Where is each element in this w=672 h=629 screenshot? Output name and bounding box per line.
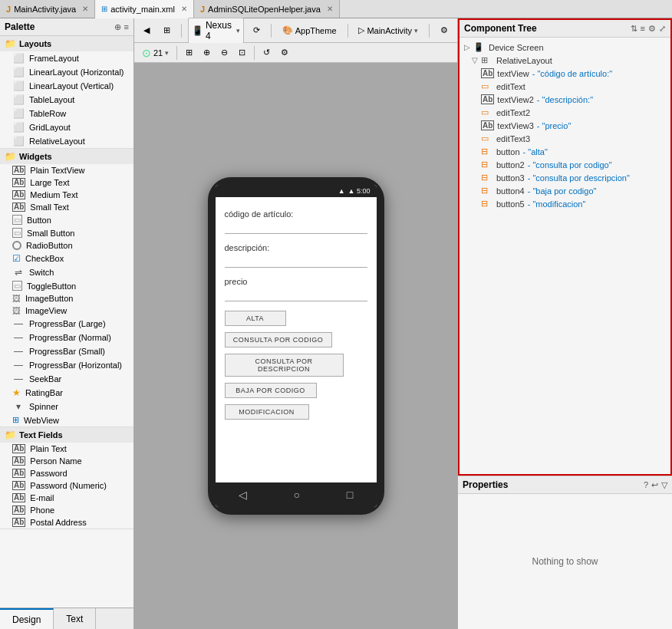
btn-alta[interactable]: ALTA [225,311,286,326]
palette-item-relativelayout[interactable]: ⬜ RelativeLayout [0,134,133,148]
ct-item-edittext2[interactable]: ▭ editText2 [460,106,670,119]
nav-home-icon[interactable]: ○ [294,489,300,501]
ct-item-textview3[interactable]: Ab textView3 - "precio" [460,119,670,132]
ct-item-button3[interactable]: ⊟ button3 - "consulta por descripcion" [460,171,670,184]
codigo-input[interactable] [225,219,367,234]
ct-item-button1[interactable]: ⊟ button - "alta" [460,145,670,158]
tab-admin-sqlite[interactable]: J AdminSQLiteOpenHelper.java ✕ [194,0,340,18]
tab-close[interactable]: ✕ [327,5,333,13]
ct-suffix: - "modificacion" [528,199,586,209]
ct-label: RelativeLayout [496,56,552,65]
palette-item-postal-address[interactable]: Ab Postal Address [0,516,133,529]
zoom-100-btn[interactable]: ⊡ [235,46,249,59]
tab-close[interactable]: ✕ [181,5,187,13]
btn-baja-codigo[interactable]: BAJA POR CODIGO [225,383,317,398]
palette-item-small-text[interactable]: Ab Small Text [0,201,133,213]
tab-close[interactable]: ✕ [82,5,88,13]
tab-activity-main-xml[interactable]: ⊞ activity_main.xml ✕ [95,0,194,18]
palette-item-checkbox[interactable]: ☑ CheckBox [0,252,133,265]
palette-item-gridlayout[interactable]: ⬜ GridLayout [0,120,133,134]
ct-item-button4[interactable]: ⊟ button4 - "baja por codigo" [460,184,670,197]
zoom-fit-btn[interactable]: ⊞ [182,46,196,59]
item-label: LinearLayout (Vertical) [29,81,114,91]
layout-icon: ⬜ [12,122,25,133]
nav-recents-icon[interactable]: □ [347,489,353,501]
palette-layout-icon[interactable]: ≡ [124,22,129,32]
tab-design[interactable]: Design [0,608,54,629]
ct-item-button5[interactable]: ⊟ button5 - "modificacion" [460,197,670,210]
palette-item-ratingbar[interactable]: ★ RatingBar [0,386,133,400]
palette-item-linearlayout-h[interactable]: ⬜ LinearLayout (Horizontal) [0,65,133,79]
palette-item-phone[interactable]: Ab Phone [0,504,133,516]
btn-consulta-descripcion[interactable]: CONSULTA POR DESCRIPCION [225,354,344,377]
palette-item-seekbar[interactable]: — SeekBar [0,372,133,386]
btn-modificacion[interactable]: MODIFICACION [225,404,309,420]
palette-item-large-text[interactable]: Ab Large Text [0,176,133,189]
palette-item-switch[interactable]: ⇌ Switch [0,265,133,279]
chevron-down-icon: ▾ [236,27,240,35]
layouts-section-header[interactable]: 📁 Layouts [0,36,133,51]
prop-help-icon[interactable]: ? [644,480,648,490]
palette-item-progressbar-normal[interactable]: — ProgressBar (Normal) [0,331,133,344]
palette-item-tablelayout[interactable]: ⬜ TableLayout [0,93,133,107]
ct-sort-icon[interactable]: ⇅ [631,24,637,34]
palette-item-linearlayout-v[interactable]: ⬜ LinearLayout (Vertical) [0,79,133,93]
palette-item-radio-button[interactable]: RadioButton [0,239,133,252]
palette-item-progressbar-horizontal[interactable]: — ProgressBar (Horizontal) [0,358,133,372]
ct-item-button2[interactable]: ⊟ button2 - "consulta por codigo" [460,158,670,171]
palette-item-progressbar-large[interactable]: — ProgressBar (Large) [0,317,133,331]
palette-item-toggle-button[interactable]: ▭ ToggleButton [0,279,133,292]
palette-item-image-view[interactable]: 🖼 ImageView [0,305,133,317]
prop-undo-icon[interactable]: ↩ [651,480,658,490]
palette-item-password[interactable]: Ab Password [0,467,133,479]
ct-item-relativelayout[interactable]: ▽ ⊞ RelativeLayout [460,54,670,67]
textfields-section-header[interactable]: 📁 Text Fields [0,427,133,443]
palette-item-person-name[interactable]: Ab Person Name [0,455,133,467]
ct-layout-icon[interactable]: ≡ [641,24,645,34]
settings-btn[interactable]: ⚙ [436,23,453,38]
descripcion-input[interactable] [225,252,367,268]
api-selector[interactable]: ⊙ 21 ▾ [139,45,172,61]
tab-text[interactable]: Text [54,608,96,629]
refresh-btn[interactable]: ↺ [259,46,274,59]
zoom-in-btn[interactable]: ⊕ [199,46,214,59]
app-theme-btn[interactable]: 🎨 AppTheme [278,23,341,38]
zoom-out-btn[interactable]: ⊖ [217,46,232,59]
nav-back-icon[interactable]: ◁ [239,489,247,501]
btn-consulta-codigo[interactable]: CONSULTA POR CODIGO [225,332,332,347]
toolbar-back-btn[interactable]: ◀ [139,23,154,38]
palette-item-plain-text[interactable]: Ab Plain Text [0,443,133,455]
palette-item-medium-text[interactable]: Ab Medium Text [0,189,133,201]
item-label: Spinner [29,402,58,411]
palette-section-textfields: 📁 Text Fields Ab Plain Text Ab Person Na… [0,427,133,529]
ct-item-textview2[interactable]: Ab textView2 - "descripción:" [460,93,670,106]
palette-item-webview[interactable]: ⊞ WebView [0,413,133,426]
palette-item-image-button[interactable]: 🖼 ImageButton [0,292,133,305]
palette-item-button[interactable]: ▭ Button [0,213,133,226]
palette-search-icon[interactable]: ⊕ [114,22,121,32]
ct-item-edittext3[interactable]: ▭ editText3 [460,132,670,145]
palette-item-spinner[interactable]: ▾ Spinner [0,400,133,413]
palette-item-plain-textview[interactable]: Ab Plain TextView [0,164,133,176]
ct-label: button5 [496,199,525,209]
nexus-selector[interactable]: 📱 Nexus 4 ▾ [188,18,244,44]
toolbar-layout-btn[interactable]: ⊞ [159,23,175,38]
ct-item-edittext[interactable]: ▭ editText [460,80,670,93]
palette-item-small-button[interactable]: ▭ Small Button [0,226,133,239]
ct-expand-icon[interactable]: ⤢ [659,24,666,34]
palette-item-tablerow[interactable]: ⬜ TableRow [0,107,133,120]
ct-item-device-screen[interactable]: ▷ 📱 Device Screen [460,41,670,54]
ct-settings-icon[interactable]: ⚙ [648,24,656,34]
palette-item-framelayout[interactable]: ⬜ FrameLayout [0,51,133,65]
precio-input[interactable] [225,286,367,301]
widgets-section-header[interactable]: 📁 Widgets [0,149,133,164]
palette-item-progressbar-small[interactable]: — ProgressBar (Small) [0,344,133,358]
settings2-btn[interactable]: ⚙ [277,46,292,59]
ct-item-textview[interactable]: Ab textView - "código de artículo:" [460,67,670,80]
palette-item-email[interactable]: Ab E-mail [0,492,133,504]
toolbar-refresh-btn[interactable]: ⟳ [249,23,265,38]
main-activity-btn[interactable]: ▷ MainActivity ▾ [354,23,423,38]
palette-item-password-numeric[interactable]: Ab Password (Numeric) [0,479,133,492]
prop-filter-icon[interactable]: ▽ [661,480,667,490]
tab-main-activity-java[interactable]: J MainActivity.java ✕ [0,0,95,18]
